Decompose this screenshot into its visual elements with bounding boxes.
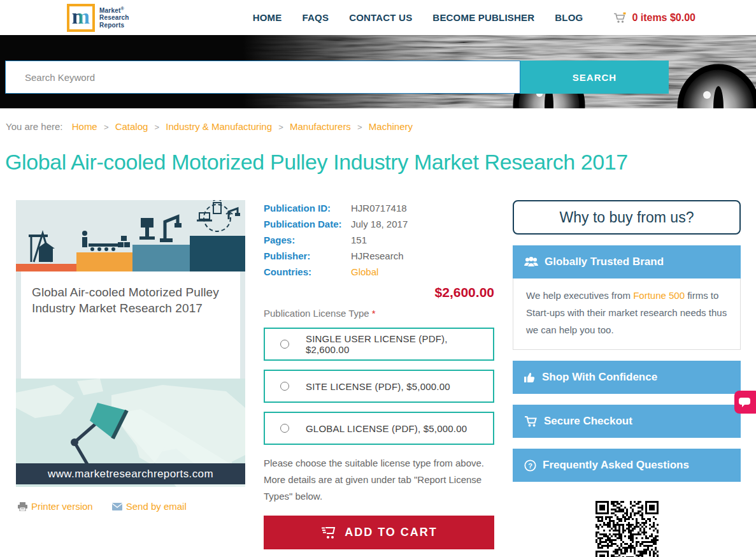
nav-become-publisher[interactable]: BECOME PUBLISHER <box>432 12 534 23</box>
printer-version-link[interactable]: Printer version <box>18 501 93 512</box>
logo-wordmark: Market® Research Reports <box>99 6 129 29</box>
main-nav: HOME FAQS CONTACT US BECOME PUBLISHER BL… <box>253 12 583 23</box>
detail-label: Pages: <box>264 232 351 248</box>
search-button[interactable]: SEARCH <box>520 61 669 94</box>
search-bar: SEARCH <box>5 61 669 94</box>
license-option-label: SITE LICENSE (PDF), $5,000.00 <box>306 381 450 392</box>
breadcrumb-separator: > <box>104 122 109 132</box>
countries-global-link[interactable]: Global <box>351 264 378 280</box>
shop-with-confidence-bar[interactable]: Shop With Confidence <box>513 361 741 394</box>
detail-label: Publication Date: <box>264 216 351 232</box>
license-option-global[interactable]: GLOBAL LICENSE (PDF), $5,000.00 <box>264 412 494 445</box>
detail-row-publication-date: Publication Date: July 18, 2017 <box>264 216 494 232</box>
detail-row-publication-id: Publication ID: HJR0717418 <box>264 200 494 216</box>
breadcrumb-separator: > <box>155 122 160 132</box>
why-to-buy-title: Why to buy from us? <box>560 209 694 226</box>
chat-bubble-icon <box>739 398 750 407</box>
shop-with-confidence-label: Shop With Confidence <box>542 371 657 384</box>
detail-value: HJResearch <box>351 248 404 264</box>
nav-faqs[interactable]: FAQS <box>302 12 329 23</box>
send-by-email-link[interactable]: Send by email <box>112 501 187 512</box>
nav-home[interactable]: HOME <box>253 12 282 23</box>
add-to-cart-icon <box>320 526 337 540</box>
search-input[interactable] <box>5 61 520 94</box>
registered-mark: ® <box>120 6 124 11</box>
why-to-buy-box: Why to buy from us? <box>513 200 741 235</box>
detail-value: HJR0717418 <box>351 200 407 216</box>
thumbs-up-icon <box>524 372 536 383</box>
report-cover-image: Global Air-cooled Motorized Pulley Indus… <box>16 200 245 487</box>
license-option-single-user[interactable]: SINGLE USER LICENSE (PDF), $2,600.00 <box>264 328 494 361</box>
logo-letter: m <box>72 6 90 27</box>
required-asterisk: * <box>372 308 376 319</box>
license-type-text: Publication License Type <box>264 308 369 319</box>
cover-website-url: www.marketresearchreports.com <box>48 468 213 481</box>
header: m Market® Research Reports HOME FAQS CON… <box>0 0 756 35</box>
nav-blog[interactable]: BLOG <box>555 12 583 23</box>
content-columns: Global Air-cooled Motorized Pulley Indus… <box>16 200 741 557</box>
license-radio-site[interactable] <box>280 382 289 391</box>
logo-line1: Market <box>99 7 120 14</box>
document-links: Printer version Send by email <box>18 501 245 512</box>
report-cover-column: Global Air-cooled Motorized Pulley Indus… <box>16 200 245 557</box>
logo-line3: Reports <box>99 22 129 29</box>
qr-code-container <box>513 499 741 557</box>
license-option-label: SINGLE USER LICENSE (PDF), $2,600.00 <box>306 333 493 355</box>
cover-website-bar: www.marketresearchreports.com <box>16 463 245 484</box>
logo-mark: m <box>67 4 95 32</box>
license-option-label: GLOBAL LICENSE (PDF), $5,000.00 <box>306 423 467 434</box>
breadcrumb-machinery[interactable]: Machinery <box>369 121 413 132</box>
breadcrumb-home[interactable]: Home <box>72 121 97 132</box>
detail-row-publisher: Publisher: HJResearch <box>264 248 494 264</box>
chat-widget-button[interactable] <box>734 391 756 414</box>
printer-version-label: Printer version <box>31 501 93 512</box>
license-radio-single-user[interactable] <box>280 340 289 349</box>
why-buy-sidebar: Why to buy from us? Globally Trusted Bra… <box>513 200 741 557</box>
detail-label: Publication ID: <box>264 200 351 216</box>
detail-value: 151 <box>351 232 367 248</box>
faq-bar[interactable]: ? Frequently Asked Questions <box>513 449 741 482</box>
svg-text:?: ? <box>528 461 532 469</box>
qr-code <box>594 499 660 557</box>
page: m Market® Research Reports HOME FAQS CON… <box>0 0 756 557</box>
detail-row-countries: Countries: Global <box>264 264 494 280</box>
industry-evolution-graphic <box>16 200 245 271</box>
trusted-text-before: We help executives from <box>526 290 633 301</box>
price: $2,600.00 <box>264 285 494 300</box>
breadcrumb-catalog[interactable]: Catalog <box>115 121 148 132</box>
add-to-cart-button[interactable]: ADD TO CART <box>264 516 494 549</box>
send-by-email-label: Send by email <box>126 501 187 512</box>
cart-status[interactable]: 0 items $0.00 <box>613 12 695 24</box>
detail-label: Publisher: <box>264 248 351 264</box>
printer-icon <box>18 502 27 511</box>
detail-label: Countries: <box>264 264 351 280</box>
license-radio-global[interactable] <box>280 424 289 433</box>
breadcrumb-prefix: You are here: <box>6 121 63 132</box>
globally-trusted-label: Globally Trusted Brand <box>545 256 664 268</box>
cart-icon <box>613 12 627 24</box>
question-circle-icon: ? <box>524 459 536 472</box>
fortune-500-highlight: Fortune 500 <box>633 290 685 301</box>
license-option-site[interactable]: SITE LICENSE (PDF), $5,000.00 <box>264 370 494 403</box>
purchase-column: Publication ID: HJR0717418 Publication D… <box>264 200 494 557</box>
hero-search-section: SEARCH <box>0 35 756 108</box>
globally-trusted-bar[interactable]: Globally Trusted Brand <box>513 245 741 278</box>
logo-line2: Research <box>99 14 129 22</box>
site-logo[interactable]: m Market® Research Reports <box>67 4 129 32</box>
email-icon <box>112 503 122 510</box>
secure-checkout-bar[interactable]: Secure Checkout <box>513 405 741 438</box>
breadcrumb-industry-manufacturing[interactable]: Industry & Manufacturing <box>166 121 272 132</box>
cart-count-text: 0 items $0.00 <box>632 12 695 24</box>
breadcrumb: You are here: Home > Catalog > Industry … <box>6 121 756 132</box>
globally-trusted-text: We help executives from Fortune 500 firm… <box>513 278 741 350</box>
secure-checkout-cart-icon <box>524 416 538 427</box>
nav-contact-us[interactable]: CONTACT US <box>349 12 412 23</box>
cover-map-section: www.marketresearchreports.com <box>16 379 245 487</box>
users-icon <box>524 257 538 267</box>
faq-label: Frequently Asked Questions <box>543 459 689 472</box>
cover-title-card: Global Air-cooled Motorized Pulley Indus… <box>21 271 240 379</box>
cover-title-text: Global Air-cooled Motorized Pulley Indus… <box>32 284 229 316</box>
breadcrumb-separator: > <box>357 122 362 132</box>
secure-checkout-label: Secure Checkout <box>544 415 632 428</box>
breadcrumb-manufacturers[interactable]: Manufacturers <box>290 121 351 132</box>
